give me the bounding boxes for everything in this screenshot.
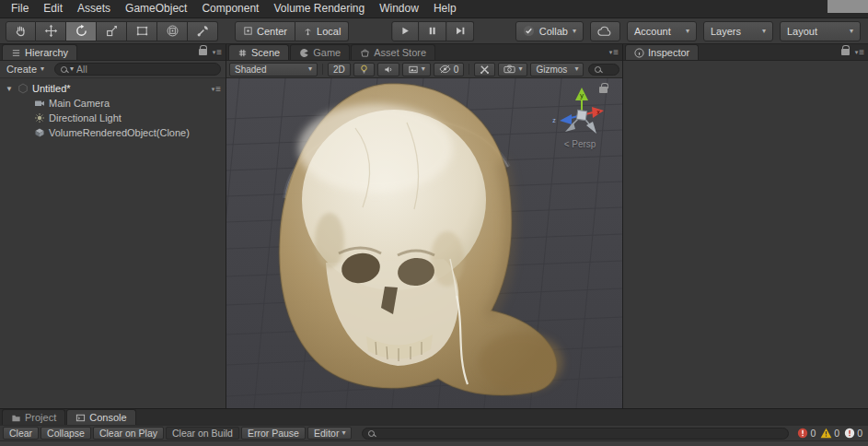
pivot-local-button[interactable]: Local (295, 21, 349, 41)
shading-mode-dropdown[interactable]: Shaded ▾ (229, 63, 318, 76)
layout-dropdown[interactable]: Layout ▾ (780, 21, 861, 41)
wrench-icon (196, 24, 210, 38)
console-error-pause-button[interactable]: Error Pause (241, 427, 306, 440)
axis-x-label: x (596, 109, 600, 115)
transform-combined-tool-button[interactable] (157, 21, 188, 41)
step-button[interactable] (446, 21, 474, 41)
crossed-tools-icon (480, 65, 490, 75)
custom-tool-button[interactable] (188, 21, 218, 41)
error-icon (797, 428, 808, 439)
console-tab-label: Console (89, 412, 126, 423)
pause-button[interactable] (419, 21, 446, 41)
scene-audio-button[interactable] (377, 63, 399, 76)
hierarchy-item-label: VolumeRenderedObject(Clone) (49, 127, 190, 138)
pause-icon (426, 25, 438, 37)
pane-menu-icon[interactable]: ▾≡ (609, 47, 618, 57)
hand-tool-button[interactable] (6, 21, 36, 41)
console-search[interactable] (362, 428, 789, 440)
tab-asset-store[interactable]: Asset Store (351, 44, 435, 60)
scene-visibility-toggle[interactable]: 0 (434, 63, 465, 76)
scene-lighting-button[interactable] (353, 63, 375, 76)
editor-tools-button[interactable] (474, 63, 495, 76)
hierarchy-tab-label: Hierarchy (25, 47, 68, 58)
console-clear-button[interactable]: Clear (3, 427, 39, 440)
menu-window[interactable]: Window (372, 0, 426, 18)
pivot-center-button[interactable]: Center (235, 21, 295, 41)
hierarchy-search-input[interactable] (76, 64, 214, 75)
layers-dropdown[interactable]: Layers ▾ (703, 21, 773, 41)
info-count-toggle[interactable]: 0 (844, 428, 862, 439)
create-dropdown[interactable]: Create ▾ (5, 64, 46, 75)
menu-file[interactable]: File (4, 0, 36, 18)
layers-label: Layers (711, 26, 741, 37)
account-dropdown[interactable]: Account ▾ (627, 21, 697, 41)
inspector-panel: Inspector ▾≡ (622, 44, 868, 408)
hierarchy-item-main-camera[interactable]: Main Camera (0, 96, 226, 111)
play-button[interactable] (391, 21, 419, 41)
menu-assets[interactable]: Assets (70, 0, 118, 18)
rect-tool-button[interactable] (127, 21, 157, 41)
2d-toggle-button[interactable]: 2D (328, 63, 351, 76)
tab-project[interactable]: Project (2, 409, 65, 425)
console-editor-dropdown[interactable]: Editor ▾ (307, 427, 352, 440)
gizmos-dropdown[interactable]: Gizmos ▾ (530, 63, 584, 76)
pane-menu-icon[interactable]: ▾≡ (213, 47, 221, 57)
axis-z-label: z (552, 117, 556, 123)
scene-tabbar: Scene Game Asset Store ▾≡ (226, 44, 622, 61)
menu-help[interactable]: Help (426, 0, 464, 18)
folder-icon (11, 413, 21, 423)
hierarchy-item-directional-light[interactable]: Directional Light (0, 111, 226, 125)
pane-menu-icon[interactable]: ▾≡ (855, 47, 863, 57)
cloud-button[interactable] (590, 21, 620, 41)
scene-row-menu-icon[interactable]: ▾≡ (212, 84, 220, 94)
hierarchy-search[interactable]: ▾ (54, 63, 221, 76)
menu-component[interactable]: Component (194, 0, 266, 18)
menu-edit[interactable]: Edit (36, 0, 70, 18)
scene-camera-dropdown[interactable]: ▾ (498, 63, 527, 76)
scene-effects-dropdown[interactable]: ▾ (402, 63, 431, 76)
hierarchy-item-volume-rendered-object[interactable]: VolumeRenderedObject(Clone) (0, 125, 226, 140)
menu-gameobject[interactable]: GameObject (118, 0, 194, 18)
play-icon (399, 25, 411, 37)
hierarchy-scene-row[interactable]: ▼ Untitled* ▾≡ (0, 81, 226, 96)
persp-toggle[interactable]: < Persp (545, 139, 615, 149)
move-tool-button[interactable] (36, 21, 66, 41)
error-count-toggle[interactable]: 0 (797, 428, 816, 439)
menu-volume-rendering[interactable]: Volume Rendering (266, 0, 372, 18)
status-bar (0, 440, 868, 446)
lock-icon[interactable] (841, 49, 850, 55)
tab-scene[interactable]: Scene (228, 44, 289, 60)
unity-editor-window: File Edit Assets GameObject Component Vo… (0, 0, 868, 446)
console-collapse-button[interactable]: Collapse (41, 427, 91, 440)
chevron-down-icon: ▾ (762, 28, 766, 35)
error-count: 0 (810, 428, 816, 439)
foldout-icon[interactable]: ▼ (5, 85, 14, 93)
console-clear-on-play-button[interactable]: Clear on Play (93, 427, 164, 440)
pivot-local-icon (303, 26, 313, 36)
rotate-icon (75, 24, 88, 38)
tab-game[interactable]: Game (290, 44, 350, 60)
collab-button[interactable]: Collab ▾ (515, 21, 584, 41)
chevron-down-icon: ▾ (422, 65, 425, 73)
chevron-down-icon: ▾ (850, 28, 853, 35)
tab-inspector[interactable]: Inspector (625, 44, 699, 60)
warning-count-toggle[interactable]: 0 (820, 428, 839, 439)
inspector-tabbar: Inspector ▾≡ (623, 44, 868, 61)
chevron-down-icon: ▾ (686, 28, 689, 35)
tab-hierarchy[interactable]: Hierarchy (2, 44, 77, 60)
warning-count: 0 (834, 428, 839, 439)
lock-icon[interactable] (599, 87, 608, 93)
scale-tool-button[interactable] (97, 21, 127, 41)
camera-icon (34, 98, 45, 109)
rotate-tool-button[interactable] (66, 21, 97, 41)
console-search-input[interactable] (378, 428, 782, 439)
scene-grid-icon (237, 48, 248, 58)
scene-search[interactable] (588, 64, 619, 76)
orientation-gizmo[interactable]: y x z < Persp (545, 86, 615, 149)
tab-console[interactable]: Console (66, 409, 135, 425)
scene-viewport[interactable]: y x z < Persp (226, 78, 622, 408)
console-clear-on-build-button[interactable]: Clear on Build (166, 427, 239, 440)
hidden-count-label: 0 (454, 65, 459, 75)
toolbar-right-group: Collab ▾ Account ▾ Layers ▾ Layout ▾ (515, 21, 861, 41)
lock-icon[interactable] (199, 49, 207, 55)
